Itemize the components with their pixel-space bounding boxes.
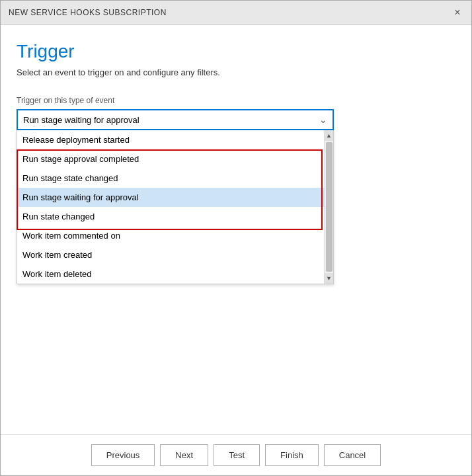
- chevron-down-icon: ⌄: [319, 114, 327, 125]
- scrollbar-wrapper: Release deployment started Run stage app…: [17, 130, 333, 284]
- close-button[interactable]: ×: [452, 6, 463, 19]
- scrollbar-up-button[interactable]: ▲: [325, 130, 333, 141]
- dropdown-selected-display[interactable]: Run stage waiting for approval ⌄: [17, 109, 334, 130]
- dropdown-item-release-deployment-started[interactable]: Release deployment started: [17, 130, 324, 149]
- scrollbar-down-button[interactable]: ▼: [325, 273, 333, 284]
- dropdown-item-work-item-deleted[interactable]: Work item deleted: [17, 264, 324, 284]
- dropdown-selected-text: Run stage waiting for approval: [23, 115, 139, 125]
- dialog-title: NEW SERVICE HOOKS SUBSCRIPTION: [9, 8, 167, 17]
- dropdown-list: Release deployment started Run stage app…: [17, 130, 334, 284]
- dialog: NEW SERVICE HOOKS SUBSCRIPTION × Trigger…: [0, 0, 472, 476]
- dropdown-item-run-stage-approval-completed[interactable]: Run stage approval completed: [17, 149, 324, 169]
- dropdown-item-run-stage-state-changed[interactable]: Run stage state changed: [17, 169, 324, 188]
- cancel-button[interactable]: Cancel: [324, 444, 381, 466]
- previous-button[interactable]: Previous: [91, 444, 155, 466]
- page-subtitle: Select an event to trigger on and config…: [17, 67, 455, 77]
- dropdown-item-work-item-created[interactable]: Work item created: [17, 245, 324, 264]
- next-button[interactable]: Next: [160, 444, 208, 466]
- scrollbar-thumb[interactable]: [326, 142, 333, 272]
- dropdown-item-run-state-changed[interactable]: Run state changed: [17, 207, 324, 226]
- dialog-footer: Previous Next Test Finish Cancel: [1, 434, 471, 475]
- page-title: Trigger: [17, 41, 455, 62]
- dropdown-items-list: Release deployment started Run stage app…: [17, 130, 324, 284]
- finish-button[interactable]: Finish: [265, 444, 319, 466]
- event-type-label: Trigger on this type of event: [17, 96, 455, 105]
- test-button[interactable]: Test: [214, 444, 260, 466]
- event-type-dropdown[interactable]: Run stage waiting for approval ⌄ Release…: [17, 109, 334, 130]
- dialog-titlebar: NEW SERVICE HOOKS SUBSCRIPTION ×: [1, 1, 471, 25]
- scrollbar-track: ▲ ▼: [324, 130, 333, 284]
- dialog-content: Trigger Select an event to trigger on an…: [1, 25, 471, 434]
- form-section: Trigger on this type of event Run stage …: [17, 96, 455, 203]
- dropdown-item-run-stage-waiting-for-approval[interactable]: Run stage waiting for approval: [17, 188, 324, 207]
- dropdown-item-work-item-commented-on[interactable]: Work item commented on: [17, 226, 324, 245]
